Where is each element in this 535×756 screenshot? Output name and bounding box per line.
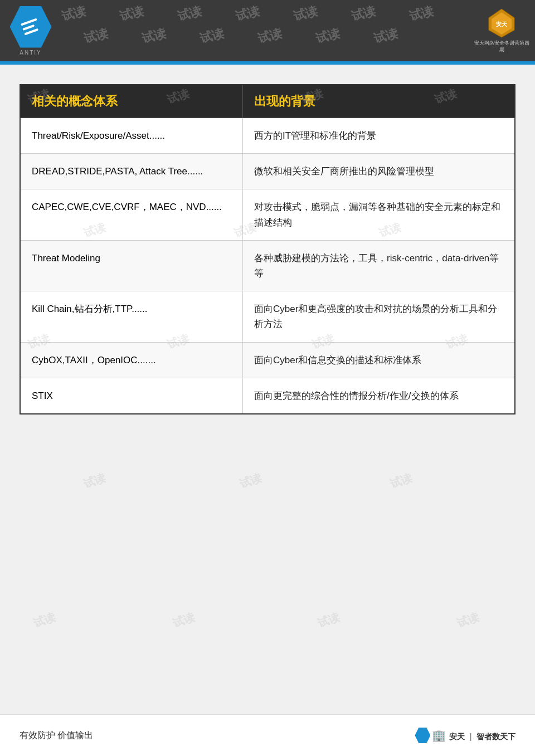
footer: 有效防护 价值输出 🏢 安天 | 智者数天下 (0, 714, 535, 756)
body-watermark-14: 试读 (388, 470, 415, 492)
antiy-logo-main: 🏢 (432, 729, 446, 742)
pipe-sep: | (470, 732, 472, 741)
logo-container: ANTIY (0, 0, 61, 61)
table-cell-right: 面向Cyber和更高强度的攻击和对抗的场景的分析工具和分析方法 (243, 291, 515, 342)
table-cell-left: CybOX,TAXII，OpenIOC....... (20, 342, 243, 378)
footer-left-text: 有效防护 价值输出 (20, 730, 93, 742)
table-cell-left: STIX (20, 378, 243, 414)
table-row: DREAD,STRIDE,PASTA, Attack Tree......微软和… (20, 154, 515, 189)
table-cell-right: 微软和相关安全厂商所推出的风险管理模型 (243, 154, 515, 189)
logo-hexagon (10, 6, 52, 48)
table-cell-left: CAPEC,CWE,CVE,CVRF，MAEC，NVD...... (20, 189, 243, 240)
header: ANTIY 试读 试读 试读 试读 试读 试读 试读 试读 试读 试读 试读 试… (0, 0, 535, 61)
logo-label: ANTIY (20, 50, 41, 56)
table-row: Threat Modeling各种威胁建模的方法论，工具，risk-centri… (20, 240, 515, 291)
table-row: CAPEC,CWE,CVE,CVRF，MAEC，NVD......对攻击模式，脆… (20, 189, 515, 240)
body-watermark-17: 试读 (316, 609, 342, 631)
footer-right-logo: 🏢 安天 | 智者数天下 (415, 728, 515, 743)
top-right-logo: 安天 安天网络安全冬训营第四期 (474, 3, 529, 58)
body-watermark-12: 试读 (82, 470, 108, 492)
antiy-name: 安天 (449, 732, 465, 741)
table-cell-right: 对攻击模式，脆弱点，漏洞等各种基础的安全元素的标定和描述结构 (243, 189, 515, 240)
table-cell-right: 各种威胁建模的方法论，工具，risk-centric，data-driven等等 (243, 240, 515, 291)
table-cell-right: 面向Cyber和信息交换的描述和标准体系 (243, 342, 515, 378)
table-row: Kill Chain,钻石分析,TTP......面向Cyber和更高强度的攻击… (20, 291, 515, 342)
antiy-header-icon: 安天 (484, 8, 520, 38)
table-cell-left: Kill Chain,钻石分析,TTP...... (20, 291, 243, 342)
antiy-logo: 🏢 安天 | 智者数天下 (415, 728, 515, 743)
table-cell-left: Threat/Risk/Exposure/Asset...... (20, 118, 243, 154)
antiy-hex-icon (415, 728, 430, 743)
antiy-slogan: 智者数天下 (476, 732, 515, 741)
body-watermark-18: 试读 (455, 609, 481, 631)
body-watermark-16: 试读 (171, 609, 197, 631)
table-cell-left: DREAD,STRIDE,PASTA, Attack Tree...... (20, 154, 243, 189)
col2-header: 出现的背景 (243, 85, 515, 118)
table-cell-right: 面向更完整的综合性的情报分析/作业/交换的体系 (243, 378, 515, 414)
antiy-main-text: 🏢 安天 | 智者数天下 (432, 729, 515, 742)
table-row: STIX面向更完整的综合性的情报分析/作业/交换的体系 (20, 378, 515, 414)
body-watermark-15: 试读 (32, 609, 58, 631)
svg-text:安天: 安天 (495, 21, 508, 27)
watermark-area: 试读 试读 试读 试读 试读 试读 试读 试读 试读 试读 试读 试读 试读 (61, 0, 535, 61)
table-cell-right: 西方的IT管理和标准化的背景 (243, 118, 515, 154)
table-row: Threat/Risk/Exposure/Asset......西方的IT管理和… (20, 118, 515, 154)
table-cell-left: Threat Modeling (20, 240, 243, 291)
top-right-label: 安天网络安全冬训营第四期 (474, 40, 529, 53)
col1-header: 相关的概念体系 (20, 85, 243, 118)
antiy-text-group: 🏢 安天 | 智者数天下 (432, 729, 515, 742)
body-watermark-13: 试读 (238, 470, 264, 492)
concept-table: 相关的概念体系 出现的背景 Threat/Risk/Exposure/Asset… (20, 84, 515, 414)
main-content: 相关的概念体系 出现的背景 Threat/Risk/Exposure/Asset… (0, 65, 535, 426)
table-row: CybOX,TAXII，OpenIOC.......面向Cyber和信息交换的描… (20, 342, 515, 378)
